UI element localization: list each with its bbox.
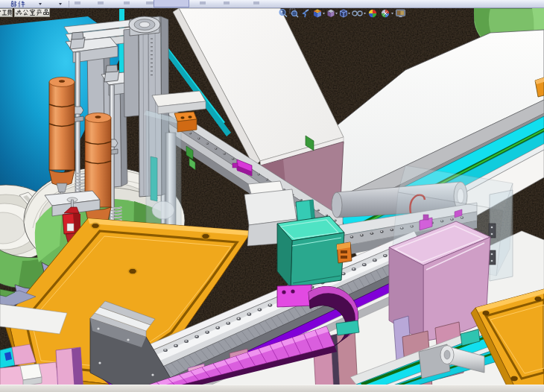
toolbar-separator xyxy=(69,1,69,7)
orange-cylinder-1 xyxy=(49,78,75,202)
orange-connector xyxy=(337,242,352,263)
apply-scene-icon[interactable] xyxy=(382,10,389,17)
window-statusbar xyxy=(0,385,544,392)
toolbar-button-fragment[interactable] xyxy=(200,1,206,4)
toolbar-button-fragment[interactable] xyxy=(98,1,104,4)
previous-view-icon[interactable] xyxy=(303,10,309,17)
hide-show-items-icon[interactable] xyxy=(352,11,362,16)
display-style-icon[interactable] xyxy=(341,10,347,17)
dropdown-arrow-icon[interactable] xyxy=(364,13,366,14)
dropdown-arrow-icon[interactable] xyxy=(335,13,338,14)
dropdown-arrow-icon[interactable] xyxy=(391,13,393,14)
dropdown-arrow-icon[interactable] xyxy=(59,3,62,5)
edit-appearance-icon[interactable] xyxy=(369,10,376,17)
heads-up-toolbar xyxy=(277,7,410,19)
commandmanager-tabs: 工具 办公室产品 xyxy=(0,8,51,17)
zoom-to-fit-icon[interactable] xyxy=(279,10,287,17)
orange-clamp-block xyxy=(174,112,197,132)
dropdown-arrow-icon[interactable] xyxy=(323,13,325,14)
white-block xyxy=(20,364,42,386)
section-view-icon[interactable] xyxy=(314,10,321,18)
motor-teal xyxy=(277,216,344,288)
view-settings-icon[interactable] xyxy=(396,10,405,17)
tower-top-bearing xyxy=(129,16,160,36)
toolbar-button-fragment[interactable] xyxy=(224,1,230,4)
tab-tools[interactable]: 工具 xyxy=(0,8,13,17)
command-toolbar: 部件 xyxy=(0,0,544,8)
toolbar-highlighted-button[interactable] xyxy=(154,0,189,7)
dropdown-arrow-icon[interactable] xyxy=(39,3,42,5)
active-document-glyphs xyxy=(10,1,25,7)
viewport-3d[interactable] xyxy=(0,0,544,392)
dropdown-arrow-icon[interactable] xyxy=(348,13,350,14)
toolbar-button-fragment[interactable] xyxy=(124,1,130,4)
solidworks-window: 部件 工具 办公室产品 xyxy=(0,0,544,392)
toolbar-button-fragment[interactable] xyxy=(75,1,80,4)
view-orientation-icon[interactable] xyxy=(328,10,335,17)
zoom-to-area-icon[interactable] xyxy=(290,9,298,17)
tab-office-products[interactable]: 办公室产品 xyxy=(14,8,50,17)
toolbar-button-fragment[interactable] xyxy=(253,1,259,4)
